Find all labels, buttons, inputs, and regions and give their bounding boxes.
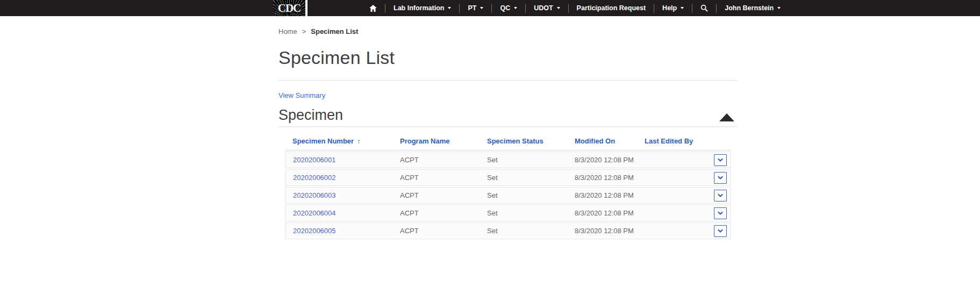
program-name-cell: ACPT xyxy=(392,152,480,168)
chevron-down-icon xyxy=(514,7,517,9)
navbar-inner: CDC Lab Information PT QC xyxy=(0,0,980,16)
program-name-cell: ACPT xyxy=(392,205,480,221)
specimen-status-cell: Set xyxy=(480,222,567,239)
page-title: Specimen List xyxy=(278,47,738,69)
specimen-status-cell: Set xyxy=(480,205,567,221)
specimen-status-cell: Set xyxy=(480,187,567,204)
main-nav: Lab Information PT QC UDOT Participation… xyxy=(361,0,789,16)
chevron-down-icon xyxy=(717,157,724,163)
search-icon xyxy=(700,4,708,12)
sort-ascending-icon: ↑ xyxy=(357,137,361,145)
user-menu[interactable]: John Bernstein xyxy=(717,0,789,16)
chevron-down-icon xyxy=(557,7,560,9)
top-navbar: CDC Lab Information PT QC xyxy=(0,0,980,16)
specimen-status-cell: Set xyxy=(480,152,567,168)
nav-help[interactable]: Help xyxy=(654,0,692,16)
modified-on-cell: 8/3/2020 12:08 PM xyxy=(567,222,637,239)
table-header-row: Specimen Number↑ Program Name Specimen S… xyxy=(285,135,731,150)
specimen-table: Specimen Number↑ Program Name Specimen S… xyxy=(285,134,731,240)
breadcrumb-current: Specimen List xyxy=(311,27,358,35)
table-row: 20202006004 ACPT Set 8/3/2020 12:08 PM xyxy=(285,205,731,221)
chevron-down-icon xyxy=(717,210,724,217)
nav-qc[interactable]: QC xyxy=(492,0,525,16)
breadcrumb-home-link[interactable]: Home xyxy=(278,27,297,35)
column-header-specimen-number[interactable]: Specimen Number↑ xyxy=(285,135,392,150)
column-header-modified-on[interactable]: Modified On xyxy=(567,135,637,150)
last-edited-by-cell xyxy=(637,205,707,221)
table-row: 20202006001 ACPT Set 8/3/2020 12:08 PM xyxy=(285,152,731,168)
row-actions-dropdown-button[interactable] xyxy=(714,207,727,219)
actions-column-header xyxy=(707,135,731,150)
breadcrumb-separator: > xyxy=(302,27,306,35)
chevron-down-icon xyxy=(777,7,781,9)
specimen-number-link[interactable]: 20202006005 xyxy=(293,227,336,235)
cdc-logo-text: CDC xyxy=(278,2,301,15)
modified-on-cell: 8/3/2020 12:08 PM xyxy=(567,152,637,168)
specimen-section-header: Specimen xyxy=(278,106,738,127)
home-button[interactable] xyxy=(361,0,385,16)
row-actions-dropdown-button[interactable] xyxy=(714,172,727,184)
cdc-logo[interactable]: CDC xyxy=(273,0,305,16)
nav-udot-label: UDOT xyxy=(534,4,553,12)
chevron-down-icon xyxy=(717,228,724,234)
nav-help-label: Help xyxy=(662,4,677,12)
row-actions-dropdown-button[interactable] xyxy=(714,190,727,202)
table-row: 20202006005 ACPT Set 8/3/2020 12:08 PM xyxy=(285,222,731,239)
page-content: Home > Specimen List Specimen List View … xyxy=(278,27,738,240)
program-name-cell: ACPT xyxy=(392,169,480,186)
last-edited-by-cell xyxy=(637,222,707,239)
cdc-logo-bar xyxy=(305,0,307,16)
home-icon xyxy=(369,5,377,12)
triangle-up-icon xyxy=(719,113,734,121)
chevron-down-icon xyxy=(480,7,483,9)
specimen-number-link[interactable]: 20202006003 xyxy=(293,191,336,199)
nav-pt[interactable]: PT xyxy=(460,0,491,16)
table-row: 20202006002 ACPT Set 8/3/2020 12:08 PM xyxy=(285,169,731,186)
nav-participation-request-label: Participation Request xyxy=(577,4,646,12)
chevron-down-icon xyxy=(681,7,684,9)
chevron-down-icon xyxy=(717,175,724,181)
table-row: 20202006003 ACPT Set 8/3/2020 12:08 PM xyxy=(285,187,731,204)
row-actions-dropdown-button[interactable] xyxy=(714,225,727,237)
search-button[interactable] xyxy=(692,0,716,16)
nav-lab-information[interactable]: Lab Information xyxy=(385,0,459,16)
collapse-section-button[interactable] xyxy=(719,113,734,121)
program-name-cell: ACPT xyxy=(392,222,480,239)
section-title: Specimen xyxy=(278,106,343,124)
nav-pt-label: PT xyxy=(468,4,476,12)
specimen-status-cell: Set xyxy=(480,169,567,186)
last-edited-by-cell xyxy=(637,152,707,168)
view-summary-link[interactable]: View Summary xyxy=(278,91,325,99)
nav-qc-label: QC xyxy=(500,4,510,12)
modified-on-cell: 8/3/2020 12:08 PM xyxy=(567,169,637,186)
chevron-down-icon xyxy=(448,7,451,9)
user-name-label: John Bernstein xyxy=(725,4,774,12)
program-name-cell: ACPT xyxy=(392,187,480,204)
modified-on-cell: 8/3/2020 12:08 PM xyxy=(567,187,637,204)
specimen-number-link[interactable]: 20202006001 xyxy=(293,156,336,164)
modified-on-cell: 8/3/2020 12:08 PM xyxy=(567,205,637,221)
chevron-down-icon xyxy=(717,192,724,199)
last-edited-by-cell xyxy=(637,169,707,186)
title-divider xyxy=(278,80,738,81)
nav-participation-request[interactable]: Participation Request xyxy=(569,0,654,16)
nav-lab-information-label: Lab Information xyxy=(394,4,444,12)
column-header-specimen-status[interactable]: Specimen Status xyxy=(480,135,567,150)
breadcrumb: Home > Specimen List xyxy=(278,27,738,35)
column-header-last-edited-by[interactable]: Last Edited By xyxy=(637,135,707,150)
nav-udot[interactable]: UDOT xyxy=(526,0,568,16)
row-actions-dropdown-button[interactable] xyxy=(714,154,727,166)
last-edited-by-cell xyxy=(637,187,707,204)
column-header-program-name[interactable]: Program Name xyxy=(392,135,480,150)
specimen-number-link[interactable]: 20202006004 xyxy=(293,209,336,217)
specimen-number-link[interactable]: 20202006002 xyxy=(293,174,336,182)
